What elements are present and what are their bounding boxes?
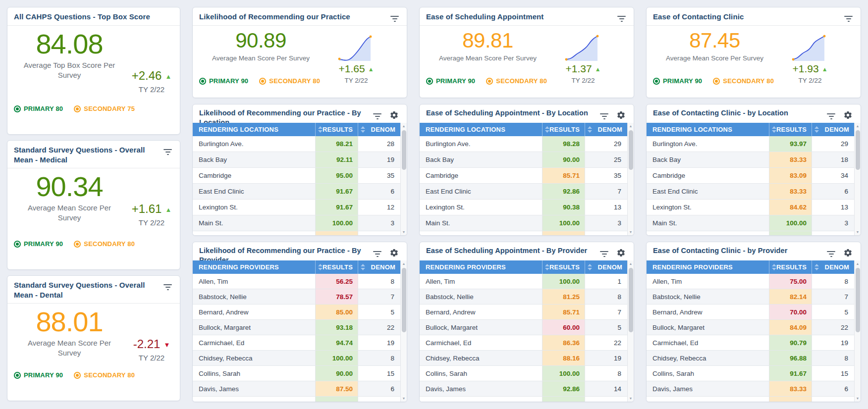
scroll-up-arrow[interactable]: ▲ [855, 260, 861, 267]
column-header-denom[interactable]: DENOM [358, 260, 400, 274]
table-row[interactable]: Back Bay 90.00 25 [420, 152, 627, 168]
sort-icon[interactable] [545, 264, 549, 270]
scrollbar-thumb[interactable] [402, 130, 406, 170]
table-row[interactable]: Lexington St. 84.62 13 [647, 200, 854, 215]
filter-icon[interactable] [163, 147, 172, 155]
gear-icon[interactable] [616, 248, 626, 257]
scroll-down-arrow[interactable]: ▼ [401, 229, 407, 235]
scroll-up-arrow[interactable]: ▲ [401, 260, 407, 267]
table-row[interactable]: Back Bay 92.11 19 [193, 152, 400, 168]
scroll-down-arrow[interactable]: ▼ [855, 229, 861, 235]
filter-icon[interactable] [600, 249, 608, 257]
table-row[interactable]: Burlington Ave. 98.21 28 [193, 136, 400, 152]
table-row[interactable]: Carmichael, Ed 86.36 22 [420, 335, 627, 351]
column-header-name[interactable]: RENDERING LOCATIONS [193, 123, 315, 136]
scroll-up-arrow[interactable]: ▲ [855, 123, 861, 129]
sort-icon[interactable] [772, 126, 776, 133]
column-header-denom[interactable]: DENOM [585, 123, 627, 136]
table-row[interactable]: Cambridge 95.00 35 [193, 168, 400, 184]
filter-icon[interactable] [827, 249, 835, 257]
scroll-up-arrow[interactable]: ▲ [628, 123, 634, 129]
table-row[interactable]: Evans, Sandra 95.00 5 [420, 397, 627, 402]
column-header-denom[interactable]: DENOM [812, 260, 854, 274]
table-row[interactable]: Babstock, Nellie 78.57 7 [193, 289, 400, 305]
table-row[interactable]: Carmichael, Ed 94.74 19 [193, 335, 400, 351]
scrollbar-thumb[interactable] [629, 130, 633, 170]
column-header-name[interactable]: RENDERING PROVIDERS [193, 260, 315, 274]
column-header-results[interactable]: RESULTS [542, 260, 585, 274]
sort-icon[interactable] [814, 264, 819, 270]
table-row[interactable]: Cambridge 83.09 34 [647, 168, 854, 184]
table-row[interactable]: Newbury St. 88.75 20 [193, 231, 400, 235]
scroll-down-arrow[interactable]: ▼ [401, 395, 407, 402]
scroll-down-arrow[interactable]: ▼ [855, 395, 861, 402]
gear-icon[interactable] [389, 110, 399, 120]
table-row[interactable]: Evans, Sandra 81.58 19 [647, 397, 854, 402]
table-row[interactable]: Collins, Sarah 90.00 15 [193, 366, 400, 381]
scroll-up-arrow[interactable]: ▲ [628, 260, 634, 267]
column-header-results[interactable]: RESULTS [769, 123, 812, 136]
column-header-name[interactable]: RENDERING PROVIDERS [420, 260, 542, 274]
table-row[interactable]: Back Bay 83.33 18 [647, 152, 854, 168]
scroll-up-arrow[interactable]: ▲ [401, 123, 407, 129]
sort-icon[interactable] [588, 126, 592, 133]
column-header-name[interactable]: RENDERING LOCATIONS [420, 123, 542, 136]
table-row[interactable]: Main St. 100.00 3 [647, 215, 854, 231]
table-row[interactable]: Carmichael, Ed 90.79 19 [647, 335, 854, 351]
scrollbar[interactable]: ▲ ▼ [400, 123, 407, 235]
scroll-down-arrow[interactable]: ▼ [628, 395, 634, 402]
scrollbar[interactable]: ▲ ▼ [627, 123, 634, 235]
sort-icon[interactable] [545, 126, 549, 133]
table-row[interactable]: Evans, Sandra 97.37 19 [193, 397, 400, 402]
table-row[interactable]: Cambridge 85.71 35 [420, 168, 627, 184]
table-row[interactable]: East End Clinic 92.86 7 [420, 184, 627, 200]
scrollbar-thumb[interactable] [856, 268, 860, 332]
filter-icon[interactable] [390, 14, 399, 22]
column-header-results[interactable]: RESULTS [542, 123, 585, 136]
table-row[interactable]: Newbury St. 90.70 10 [647, 231, 854, 235]
table-row[interactable]: Burlington Ave. 93.97 29 [647, 136, 854, 152]
table-row[interactable]: Lexington St. 91.67 12 [193, 200, 400, 215]
sort-icon[interactable] [318, 264, 323, 270]
table-row[interactable]: Burlington Ave. 98.28 29 [420, 136, 627, 152]
table-row[interactable]: Bernard, Andrew 85.71 7 [420, 305, 627, 320]
column-header-results[interactable]: RESULTS [769, 260, 812, 274]
column-header-results[interactable]: RESULTS [315, 123, 358, 136]
scrollbar-thumb[interactable] [402, 268, 406, 332]
gear-icon[interactable] [616, 110, 626, 120]
scrollbar[interactable]: ▲ ▼ [400, 260, 407, 402]
scrollbar[interactable]: ▲ ▼ [627, 260, 634, 402]
table-row[interactable]: Collins, Sarah 91.67 15 [647, 366, 854, 381]
scroll-down-arrow[interactable]: ▼ [628, 229, 634, 235]
scrollbar[interactable]: ▲ ▼ [854, 123, 861, 235]
table-row[interactable]: Allen, Tim 100.00 1 [420, 274, 627, 289]
column-header-name[interactable]: RENDERING LOCATIONS [647, 123, 769, 136]
table-row[interactable]: Bernard, Andrew 85.00 5 [193, 305, 400, 320]
table-row[interactable]: Bullock, Margaret 60.00 5 [420, 320, 627, 335]
table-row[interactable]: Bernard, Andrew 70.00 5 [647, 305, 854, 320]
gear-icon[interactable] [843, 110, 853, 120]
table-row[interactable]: Main St. 100.00 3 [420, 215, 627, 231]
column-header-denom[interactable]: DENOM [358, 123, 400, 136]
table-row[interactable]: Bullock, Margaret 84.09 22 [647, 320, 854, 335]
table-row[interactable]: Chidsey, Rebecca 100.00 8 [193, 351, 400, 366]
filter-icon[interactable] [373, 249, 381, 257]
gear-icon[interactable] [843, 248, 853, 257]
table-row[interactable]: Main St. 100.00 3 [193, 215, 400, 231]
sort-icon[interactable] [588, 264, 592, 270]
column-header-denom[interactable]: DENOM [812, 123, 854, 136]
column-header-name[interactable]: RENDERING PROVIDERS [647, 260, 769, 274]
gear-icon[interactable] [389, 248, 399, 257]
table-row[interactable]: Babstock, Nellie 81.25 8 [420, 289, 627, 305]
table-row[interactable]: Chidsey, Rebecca 96.88 8 [647, 351, 854, 366]
scrollbar[interactable]: ▲ ▼ [854, 260, 861, 402]
sort-icon[interactable] [361, 264, 365, 270]
table-row[interactable]: Collins, Sarah 100.00 8 [420, 366, 627, 381]
table-row[interactable]: Chidsey, Rebecca 88.16 19 [420, 351, 627, 366]
filter-icon[interactable] [617, 14, 626, 22]
filter-icon[interactable] [844, 14, 853, 22]
table-row[interactable]: Davis, James 92.86 14 [420, 381, 627, 397]
column-header-results[interactable]: RESULTS [315, 260, 358, 274]
sort-icon[interactable] [772, 264, 776, 270]
filter-icon[interactable] [163, 282, 172, 290]
